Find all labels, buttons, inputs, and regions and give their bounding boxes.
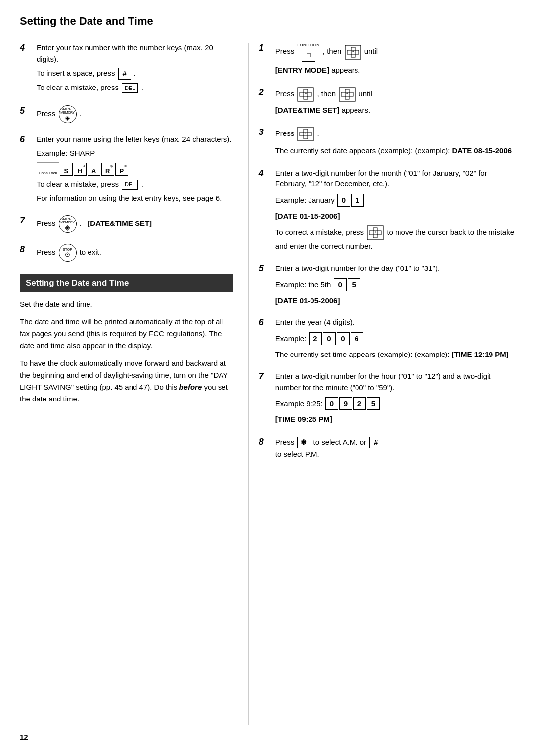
step-num-8-left: 8 (20, 244, 34, 255)
right-step-6-note: The currently set time appears (example)… (275, 349, 514, 360)
date-label-4: DATE 01-15-2006 (278, 212, 338, 220)
step-num-6-right: 6 (259, 317, 272, 328)
svg-rect-27 (369, 231, 373, 235)
svg-rect-28 (377, 231, 381, 235)
hash-key-2: # (369, 437, 382, 448)
key-s: S (60, 163, 73, 176)
step-5-content: Press START/MEMORY ◈ . (37, 105, 233, 126)
svg-rect-3 (347, 50, 351, 54)
right-step-6-content: Enter the year (4 digits). Example: 2 0 … (275, 317, 514, 363)
caps-lock-key: Caps Lock (37, 162, 59, 176)
del-key: DEL (122, 83, 138, 93)
left-step-6: 6 Enter your name using the letter keys … (20, 134, 233, 207)
step-num-3-right: 3 (259, 127, 272, 137)
svg-rect-10 (308, 92, 312, 96)
svg-rect-20 (304, 136, 308, 139)
step-4-text1: Enter your fax number with the number ke… (37, 43, 233, 65)
svg-rect-22 (308, 132, 312, 136)
right-step-3-content: Press + . (275, 127, 514, 160)
right-step-4-content: Enter a two-digit number for the month (… (275, 168, 514, 256)
key-a: AI (88, 163, 100, 176)
left-step-5: 5 Press START/MEMORY ◈ . (20, 105, 233, 126)
right-step-6-text: Enter the year (4 digits). (275, 317, 514, 328)
svg-rect-21 (300, 132, 304, 136)
left-step-4: 4 Enter your fax number with the number … (20, 43, 233, 97)
year-num-2: 2 (309, 332, 322, 345)
time-example-label: example (417, 350, 445, 358)
step-num-5-left: 5 (20, 105, 34, 116)
svg-rect-4 (355, 50, 359, 54)
step-num-7-right: 7 (259, 371, 272, 382)
svg-rect-15 (341, 92, 345, 96)
year-num-0b: 0 (337, 332, 350, 345)
svg-rect-16 (349, 92, 353, 96)
right-step-5-content: Enter a two-digit number for the day ("0… (275, 263, 514, 309)
right-step-4-text: Enter a two-digit number for the month (… (275, 168, 514, 190)
step-8-text: Press STOP ⊙ to exit. (37, 244, 233, 262)
start-label-top-2: START/MEMORY (60, 217, 74, 224)
right-step-5: 5 Enter a two-digit number for the day (… (259, 263, 514, 309)
step-8-content: Press STOP ⊙ to exit. (37, 244, 233, 265)
year-num-6: 6 (351, 332, 363, 345)
step-5-date-label: [DATE 01-05-2006] (275, 295, 514, 307)
svg-rect-14 (345, 96, 349, 99)
step-4-clear-text: To clear a mistake, press DEL . (37, 82, 233, 93)
key-r-sup: $ (110, 164, 112, 168)
section-header: Setting the Date and Time (20, 274, 233, 292)
step-4-content: Enter your fax number with the number ke… (37, 43, 233, 97)
step-num-6: 6 (20, 134, 34, 145)
step-7-example-time: Example 9:25: 0 9 2 5 (275, 397, 514, 410)
right-step-7: 7 Enter a two-digit number for the hour … (259, 371, 514, 428)
step-7-content: Press START/MEMORY ◈ . [DATE&TIME SET] (37, 215, 233, 236)
page-number: 12 (20, 725, 514, 741)
nav-key-2: + (297, 87, 314, 102)
step-num-4-right: 4 (259, 168, 272, 178)
right-step-1-mode: [ENTRY MODE] appears. (275, 65, 514, 76)
step-4-example-month: Example: January 0 1 (275, 194, 514, 207)
page: Setting the Date and Time 4 Enter your f… (0, 0, 534, 756)
right-step-3-note: The currently set date appears (example)… (275, 145, 514, 157)
date-label-5: DATE 01-05-2006 (278, 296, 338, 305)
right-step-2-text: Press + , then (275, 87, 514, 102)
year-num-0a: 0 (323, 332, 336, 345)
right-step-2: 2 Press + (259, 87, 514, 119)
right-step-3: 3 Press + (259, 127, 514, 160)
step-6-content: Enter your name using the letter keys (m… (37, 134, 233, 207)
step-6-text1: Enter your name using the letter keys (m… (37, 134, 233, 145)
step-5-example-day: Example: the 5th 0 5 (275, 278, 514, 291)
datetime-set-mode-label: [DATE&TIME SET] (275, 106, 340, 114)
svg-rect-26 (373, 235, 377, 238)
right-step-6: 6 Enter the year (4 digits). Example: 2 … (259, 317, 514, 363)
time-9: 9 (339, 397, 352, 410)
nav-key-3: + (339, 87, 356, 102)
start-memory-btn: START/MEMORY ◈ (59, 105, 77, 123)
nav-key-4: + (297, 127, 314, 141)
nav-key-1: + (345, 45, 361, 60)
key-p-sup: = (124, 164, 127, 168)
step-4-date-label: [DATE 01-15-2006] (275, 211, 514, 222)
left-step-8: 8 Press STOP ⊙ to exit. (20, 244, 233, 265)
right-step-8-content: Press ✱ to select A.M. or # to select P.… (275, 436, 514, 463)
main-title: Setting the Date and Time (20, 15, 514, 28)
right-step-5-text: Enter a two-digit number for the day ("0… (275, 263, 514, 274)
svg-rect-8 (304, 96, 308, 99)
right-step-8: 8 Press ✱ to select A.M. or # to select … (259, 436, 514, 463)
right-step-2-mode: [DATE&TIME SET] appears. (275, 105, 514, 116)
step-num-8-right: 8 (259, 436, 272, 447)
step-4-correct: To correct a mistake, press + t (275, 225, 514, 252)
date-example: DATE 08-15-2006 (452, 146, 512, 155)
day-num-5: 5 (348, 278, 360, 291)
step-5-text: Press START/MEMORY ◈ . (37, 105, 233, 123)
key-a-sup: I (98, 164, 99, 168)
right-column: 1 Press FUNCTION □ , then (248, 43, 514, 725)
key-r: R$ (101, 163, 114, 176)
function-label: FUNCTION (297, 43, 319, 48)
function-key: □ (302, 49, 315, 62)
step-6-info: For information on using the text entry … (37, 193, 233, 204)
step-7-mode: [DATE&TIME SET] (88, 219, 152, 227)
right-step-4: 4 Enter a two-digit number for the month… (259, 168, 514, 256)
two-column-layout: 4 Enter your fax number with the number … (20, 43, 514, 725)
month-num-1: 1 (351, 194, 364, 207)
svg-text:+: + (305, 131, 307, 135)
right-step-1-content: Press FUNCTION □ , then (275, 43, 514, 79)
